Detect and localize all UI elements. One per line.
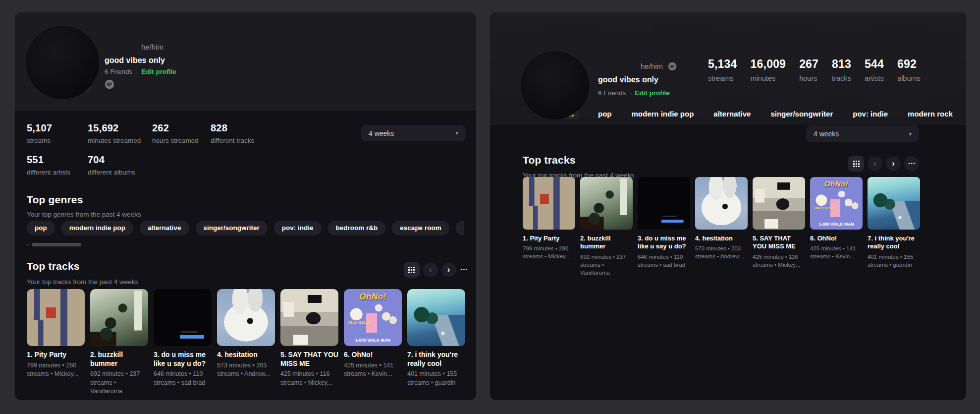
- grid-view-button[interactable]: [404, 262, 420, 278]
- track-card[interactable]: 4. hesitation573 minutes • 203 streams •…: [217, 289, 275, 396]
- album-art: [154, 289, 212, 346]
- track-card[interactable]: 5. SAY THAT YOU MISS ME425 minutes • 116…: [280, 289, 338, 396]
- genre-item[interactable]: alternative: [713, 110, 751, 118]
- genre-item[interactable]: pop: [598, 110, 612, 118]
- genre-item[interactable]: singer/songwriter: [770, 110, 833, 118]
- genre-pill[interactable]: singer/songwriter: [196, 221, 268, 236]
- genre-row: pop modern indie pop alternative singer/…: [598, 110, 966, 118]
- more-options-button[interactable]: •••: [904, 156, 919, 171]
- stat-hours: 262hours streamed: [152, 122, 211, 144]
- spotify-icon: [668, 61, 677, 71]
- scroll-left-icon[interactable]: ‹: [27, 241, 29, 247]
- album-art: [753, 177, 805, 230]
- time-range-dropdown[interactable]: 4 weeks ▾: [361, 125, 466, 141]
- carousel-next-button[interactable]: ›: [441, 262, 456, 277]
- edit-profile-link[interactable]: Edit profile: [635, 89, 670, 97]
- genre-pill[interactable]: escape room: [392, 221, 449, 236]
- avatar: [26, 26, 99, 99]
- edit-profile-link[interactable]: Edit profile: [141, 68, 176, 75]
- genre-scrollbar: ‹: [27, 241, 81, 247]
- grid-icon: [408, 267, 410, 268]
- tracks-toolbar: ‹ › •••: [404, 262, 468, 278]
- top-tracks-title: Top tracks: [523, 154, 576, 166]
- stat-artists: 544artists: [865, 58, 884, 82]
- top-tracks-subtitle: Your top tracks from the past 4 weeks: [27, 278, 138, 286]
- track-card[interactable]: OhNo!ONLY $19.991-800 WALK MAN6. OhNo!42…: [344, 289, 402, 396]
- album-art: [90, 289, 148, 346]
- carousel-next-button[interactable]: ›: [886, 156, 901, 171]
- stat-minutes: 16,009minutes: [751, 58, 786, 82]
- profile-bio: good vibes only: [105, 56, 165, 65]
- carousel-prev-button[interactable]: ‹: [423, 262, 438, 277]
- track-card[interactable]: 7. i think you're really cool401 minutes…: [407, 289, 465, 396]
- friends-count[interactable]: 6 Friends: [105, 68, 132, 75]
- track-card[interactable]: 3. do u miss me like u say u do?646 minu…: [154, 289, 212, 396]
- genre-item[interactable]: pov: indie: [853, 110, 888, 118]
- album-art: [638, 177, 690, 230]
- chevron-right-icon: ›: [892, 159, 895, 169]
- stat-tracks: 828different tracks: [211, 122, 254, 144]
- scrollbar-thumb[interactable]: [32, 243, 81, 246]
- chevron-left-icon: ‹: [429, 265, 432, 275]
- caret-down-icon: ▾: [455, 130, 458, 136]
- profile-bio: good vibes only: [598, 75, 658, 84]
- genre-pill-row: pop modern indie pop alternative singer/…: [27, 221, 464, 236]
- chevron-right-icon: ›: [447, 265, 450, 275]
- genre-item[interactable]: modern rock: [908, 110, 953, 118]
- friends-row: 6 Friends · Edit profile: [598, 89, 670, 97]
- album-art: OhNo!ONLY $19.991-800 WALK MAN: [810, 177, 863, 230]
- genre-pill[interactable]: rock: [456, 221, 464, 236]
- ellipsis-icon: •••: [907, 161, 916, 166]
- stat-artists: 551different artists: [27, 154, 88, 176]
- chevron-left-icon: ‹: [873, 159, 876, 169]
- genre-pill[interactable]: pov: indie: [274, 221, 322, 236]
- caret-down-icon: ▾: [909, 131, 912, 137]
- track-card[interactable]: 1. Pity Party799 minutes • 280 streams •…: [523, 177, 575, 277]
- album-art: [27, 289, 85, 346]
- genre-pill[interactable]: alternative: [140, 221, 189, 236]
- track-list: 1. Pity Party799 minutes • 280 streams •…: [523, 177, 920, 277]
- tracks-toolbar: ‹ › •••: [848, 156, 919, 172]
- track-card[interactable]: 1. Pity Party799 minutes • 280 streams •…: [27, 289, 85, 396]
- track-card[interactable]: 5. SAY THAT YOU MISS ME425 minutes • 116…: [753, 177, 805, 277]
- album-art: [695, 177, 748, 230]
- more-options-button[interactable]: •••: [460, 267, 468, 272]
- top-genres-title: Top genres: [27, 194, 83, 206]
- stat-minutes: 15,692minutes streamed: [88, 122, 152, 144]
- track-card[interactable]: 7. i think you're really cool401 minutes…: [868, 177, 920, 277]
- album-art: [580, 177, 633, 230]
- friends-row: 6 Friends · Edit profile: [105, 68, 176, 75]
- pronouns-label: he/him: [641, 61, 677, 71]
- stat-streams: 5,134streams: [708, 58, 737, 82]
- genre-pill[interactable]: bedroom r&b: [328, 221, 386, 236]
- stats-row: 5,134streams 16,009minutes 267hours 813t…: [708, 58, 921, 82]
- pronouns-label: he/him: [141, 43, 163, 51]
- track-card[interactable]: 4. hesitation573 minutes • 203 streams •…: [695, 177, 748, 277]
- stats-grid: 5,107streams 15,692minutes streamed 262h…: [27, 122, 254, 176]
- track-list: 1. Pity Party799 minutes • 280 streams •…: [27, 289, 465, 396]
- ellipsis-icon: •••: [460, 267, 468, 272]
- time-range-dropdown[interactable]: 4 weeks ▾: [806, 125, 919, 142]
- track-card[interactable]: OhNo!ONLY $19.991-800 WALK MAN6. OhNo!42…: [810, 177, 863, 277]
- genre-item[interactable]: modern indie pop: [632, 110, 694, 118]
- grid-view-button[interactable]: [848, 156, 864, 172]
- album-art: [217, 289, 275, 346]
- stat-hours: 267hours: [799, 58, 818, 82]
- stat-tracks: 813tracks: [832, 58, 851, 82]
- album-art: [407, 289, 465, 346]
- top-tracks-title: Top tracks: [27, 260, 80, 272]
- friends-count[interactable]: 6 Friends: [598, 89, 626, 97]
- genre-pill[interactable]: pop: [27, 221, 55, 236]
- carousel-prev-button[interactable]: ‹: [868, 156, 882, 171]
- track-card[interactable]: 3. do u miss me like u say u do?646 minu…: [638, 177, 690, 277]
- profile-panel-left: Plus he/him good vibes only 6 Friends · …: [15, 12, 476, 400]
- album-art: OhNo!ONLY $19.991-800 WALK MAN: [344, 289, 402, 346]
- genre-pill[interactable]: modern indie pop: [61, 221, 133, 236]
- track-card[interactable]: 2. buzzkill bummer692 minutes • 237 stre…: [580, 177, 633, 277]
- separator-dot: ·: [136, 68, 138, 75]
- stat-albums: 704different albums: [88, 154, 152, 176]
- spotify-icon: [105, 79, 114, 91]
- track-card[interactable]: 2. buzzkill bummer692 minutes • 237 stre…: [90, 289, 148, 396]
- stat-streams: 5,107streams: [27, 122, 88, 144]
- stat-albums: 692albums: [897, 58, 921, 82]
